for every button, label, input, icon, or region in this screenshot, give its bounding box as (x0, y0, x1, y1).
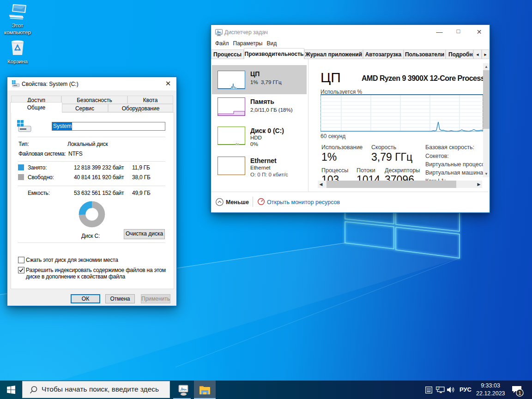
svg-text:1: 1 (518, 390, 521, 396)
